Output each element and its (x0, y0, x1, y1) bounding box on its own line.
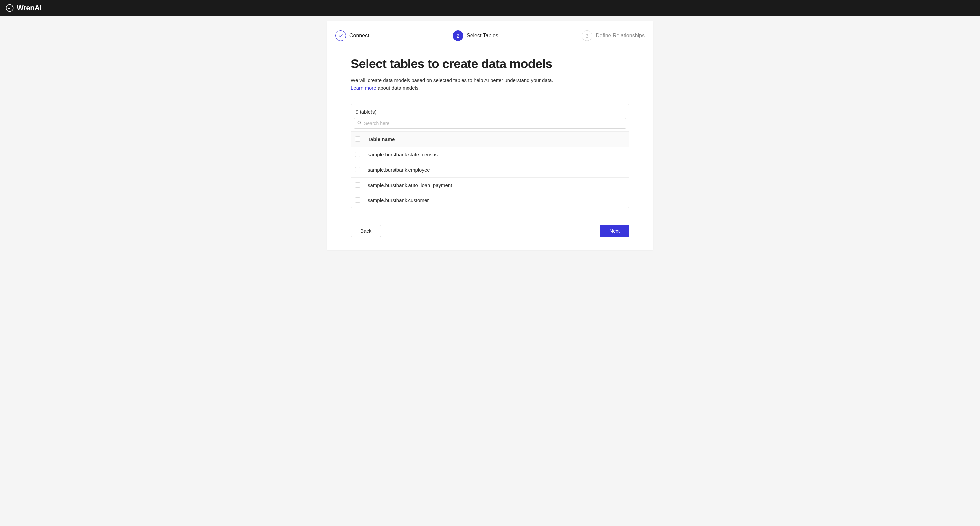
learn-more-link[interactable]: Learn more (351, 85, 376, 91)
step-define-relationships-circle: 3 (582, 30, 592, 41)
brand-logo: WrenAI (5, 4, 41, 12)
svg-point-0 (6, 4, 13, 11)
check-icon (338, 33, 343, 38)
step-connect: Connect (335, 30, 369, 41)
table-name-cell: sample.burstbank.customer (368, 197, 429, 203)
actions: Back Next (351, 225, 629, 237)
page-title: Select tables to create data models (351, 57, 629, 71)
subtitle-text-2: about data models. (376, 85, 420, 91)
step-connect-label: Connect (349, 33, 369, 38)
step-select-tables-circle: 2 (453, 30, 463, 41)
search-wrap (351, 118, 629, 131)
step-select-tables-label: Select Tables (467, 33, 498, 38)
table-row[interactable]: sample.burstbank.employee (351, 162, 629, 177)
step-define-relationships: 3 Define Relationships (582, 30, 645, 41)
column-header-table-name: Table name (368, 136, 395, 142)
table-panel: 9 table(s) Table name sample.burstbank.s… (351, 104, 629, 208)
table-header-row: Table name (351, 131, 629, 147)
setup-card: Connect 2 Select Tables 3 Define Relatio… (327, 21, 653, 250)
back-button[interactable]: Back (351, 225, 381, 237)
table-name-cell: sample.burstbank.state_census (368, 152, 438, 157)
app-header: WrenAI (0, 0, 980, 16)
row-checkbox[interactable] (355, 167, 360, 172)
step-select-tables: 2 Select Tables (453, 30, 498, 41)
step-define-relationships-label: Define Relationships (596, 33, 645, 38)
brand-name: WrenAI (17, 4, 41, 12)
table-name-cell: sample.burstbank.auto_loan_payment (368, 182, 452, 188)
table-row[interactable]: sample.burstbank.state_census (351, 147, 629, 162)
step-connect-circle (335, 30, 346, 41)
wren-logo-icon (5, 4, 14, 12)
subtitle-text-1: We will create data models based on sele… (351, 78, 553, 83)
row-checkbox[interactable] (355, 152, 360, 157)
table-name-cell: sample.burstbank.employee (368, 167, 430, 173)
table-row[interactable]: sample.burstbank.customer (351, 192, 629, 208)
table-count: 9 table(s) (351, 105, 629, 118)
page-subtitle: We will create data models based on sele… (351, 76, 629, 92)
next-button[interactable]: Next (600, 225, 629, 237)
row-checkbox[interactable] (355, 182, 360, 188)
search-input[interactable] (353, 118, 627, 129)
stepper: Connect 2 Select Tables 3 Define Relatio… (335, 30, 645, 41)
row-checkbox[interactable] (355, 197, 360, 203)
svg-point-1 (11, 6, 11, 7)
select-all-checkbox[interactable] (355, 136, 360, 141)
content: Select tables to create data models We w… (335, 57, 645, 237)
table-row[interactable]: sample.burstbank.auto_loan_payment (351, 177, 629, 192)
